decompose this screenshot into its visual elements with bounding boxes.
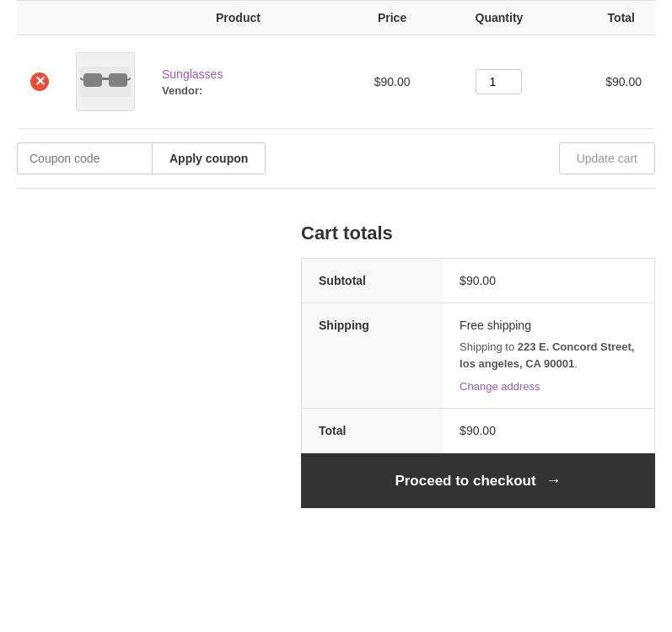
total-label: Total xyxy=(302,409,444,453)
product-price: $90.00 xyxy=(343,35,441,129)
shipping-address-text: Shipping to 223 E. Concord Street, los a… xyxy=(460,339,637,372)
cart-totals-box: Cart totals Subtotal $90.00 Shipping Fre… xyxy=(301,222,655,508)
col-header-quantity: Quantity xyxy=(441,1,557,35)
checkout-bar: Proceed to checkout → xyxy=(301,453,655,508)
shipping-row: Shipping Free shipping Shipping to 223 E… xyxy=(302,303,655,409)
close-icon: ✕ xyxy=(30,72,49,91)
product-image-cell xyxy=(62,35,148,129)
checkout-button-label: Proceed to checkout xyxy=(395,473,535,490)
total-row: Total $90.00 xyxy=(302,409,655,453)
shipping-value: Free shipping Shipping to 223 E. Concord… xyxy=(443,303,654,409)
shipping-method: Free shipping xyxy=(460,319,637,332)
update-cart-button[interactable]: Update cart xyxy=(559,142,655,174)
cart-actions: Apply coupon Update cart xyxy=(17,129,655,189)
product-image xyxy=(76,52,135,111)
subtotal-value: $90.00 xyxy=(443,259,654,303)
subtotal-row: Subtotal $90.00 xyxy=(302,259,655,303)
quantity-input[interactable] xyxy=(476,69,522,94)
product-quantity-cell xyxy=(441,35,557,129)
cart-totals-title: Cart totals xyxy=(301,222,655,244)
col-header-product: Product xyxy=(148,1,343,35)
svg-rect-3 xyxy=(102,78,109,80)
col-header-price: Price xyxy=(343,1,441,35)
subtotal-label: Subtotal xyxy=(302,259,444,303)
product-name-link[interactable]: Sunglasses xyxy=(162,67,223,81)
remove-item-button[interactable]: ✕ xyxy=(30,72,49,91)
coupon-section: Apply coupon xyxy=(17,142,266,174)
product-info-cell: Sunglasses Vendor: xyxy=(148,35,343,129)
sunglasses-icon xyxy=(80,67,131,97)
col-header-empty xyxy=(17,1,148,35)
remove-cell: ✕ xyxy=(17,35,62,129)
change-address-link[interactable]: Change address xyxy=(460,380,540,393)
col-header-total: Total xyxy=(557,1,655,35)
table-row: ✕ xyxy=(17,35,655,129)
product-vendor: Vendor: xyxy=(162,84,330,97)
checkout-arrow-icon: → xyxy=(546,472,562,490)
cart-totals-section: Cart totals Subtotal $90.00 Shipping Fre… xyxy=(17,189,655,508)
product-total: $90.00 xyxy=(557,35,655,129)
checkout-button[interactable]: Proceed to checkout → xyxy=(301,453,655,508)
svg-rect-2 xyxy=(109,73,127,87)
cart-table: Product Price Quantity Total ✕ xyxy=(17,0,655,129)
shipping-label: Shipping xyxy=(302,303,444,409)
apply-coupon-button[interactable]: Apply coupon xyxy=(152,142,266,174)
totals-table: Subtotal $90.00 Shipping Free shipping S… xyxy=(301,258,655,453)
total-value: $90.00 xyxy=(443,409,654,453)
coupon-input[interactable] xyxy=(17,142,152,174)
svg-rect-1 xyxy=(83,73,102,87)
